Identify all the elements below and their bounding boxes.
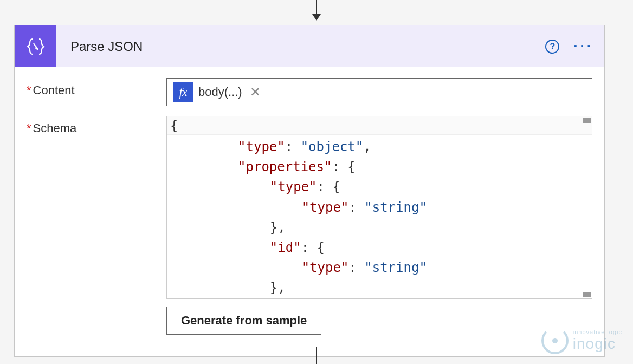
flow-arrow-in bbox=[316, 0, 317, 16]
schema-first-line: { bbox=[170, 118, 178, 133]
content-input[interactable]: fx body(...) ✕ bbox=[166, 78, 592, 106]
content-label: *Content bbox=[27, 78, 166, 98]
parse-json-card: Parse JSON ? ··· *Content fx body(...) ✕… bbox=[14, 25, 605, 357]
card-header[interactable]: Parse JSON ? ··· bbox=[15, 25, 604, 67]
flow-arrow-out bbox=[316, 347, 317, 364]
fx-icon: fx bbox=[173, 82, 193, 102]
expression-token[interactable]: fx body(...) ✕ bbox=[173, 82, 266, 102]
content-row: *Content fx body(...) ✕ bbox=[27, 78, 592, 106]
schema-textarea[interactable]: { "type": "object", "properties": { "typ… bbox=[166, 116, 592, 299]
generate-from-sample-button[interactable]: Generate from sample bbox=[166, 307, 321, 335]
schema-code[interactable]: "type": "object", "properties": { "type"… bbox=[167, 135, 592, 298]
parse-json-icon bbox=[15, 25, 56, 67]
schema-row: *Schema { "type": "object", "properties"… bbox=[27, 116, 592, 335]
more-menu-icon[interactable]: ··· bbox=[573, 43, 593, 49]
remove-token-icon[interactable]: ✕ bbox=[248, 84, 263, 100]
schema-label: *Schema bbox=[27, 116, 166, 135]
card-title: Parse JSON bbox=[70, 39, 143, 54]
help-icon[interactable]: ? bbox=[545, 40, 559, 54]
scroll-down-handle[interactable] bbox=[583, 292, 591, 297]
expression-text: body(...) bbox=[198, 85, 242, 99]
card-body: *Content fx body(...) ✕ *Schema { "ty bbox=[15, 67, 604, 356]
scroll-up-handle[interactable] bbox=[583, 118, 591, 123]
